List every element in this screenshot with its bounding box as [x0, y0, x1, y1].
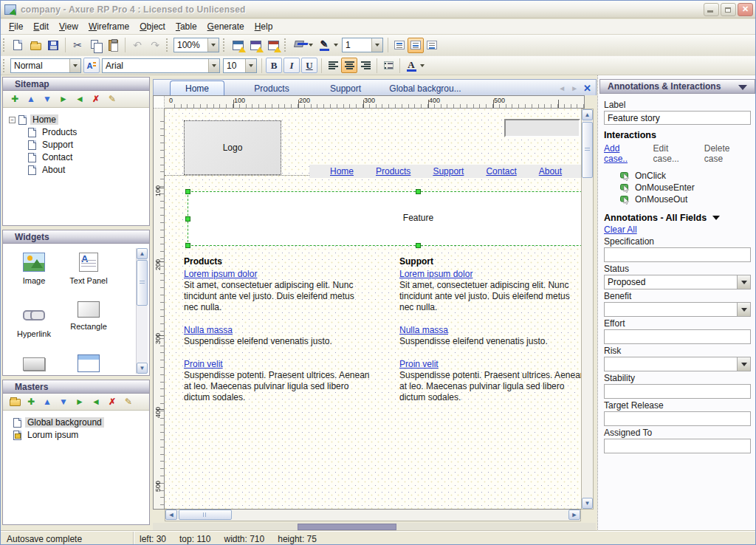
benefit-dropdown-button[interactable] [737, 303, 750, 316]
annotations-panel-header[interactable]: Annotations & Interactions [599, 79, 755, 94]
rename-master-button[interactable]: ✎ [123, 397, 134, 406]
canvas-vertical-scrollbar[interactable]: ▲ ▼ [581, 109, 594, 510]
tab-support[interactable]: Support [309, 81, 382, 95]
move-up-button[interactable]: ▲ [41, 397, 53, 406]
status-dropdown-button[interactable] [737, 275, 750, 289]
menu-view[interactable]: View [54, 20, 83, 33]
align-left-button[interactable] [325, 58, 341, 73]
resize-handle-n[interactable] [416, 189, 421, 194]
edit-style-button[interactable]: A [83, 58, 100, 73]
add-master-button[interactable]: ✚ [25, 397, 37, 406]
widgets-scrollbar[interactable]: ▲ ▼ [136, 248, 148, 374]
restore-button[interactable] [721, 3, 736, 16]
rename-page-button[interactable]: ✎ [106, 95, 118, 103]
widgets-panel-header[interactable]: Widgets [3, 230, 149, 244]
style-combobox[interactable]: Normal [10, 58, 81, 73]
menu-table[interactable]: Table [171, 20, 202, 33]
widget-button[interactable] [7, 357, 61, 371]
tab-home[interactable]: Home [170, 80, 224, 95]
collapse-icon[interactable]: − [9, 117, 16, 123]
pane-scrollbar[interactable] [153, 523, 596, 531]
menu-object[interactable]: Object [134, 20, 171, 33]
menu-edit[interactable]: Edit [28, 20, 54, 33]
sitemap-item-home[interactable]: − Home [3, 114, 149, 126]
sitemap-item-products[interactable]: Products [3, 126, 149, 138]
style-dropdown-button[interactable] [69, 59, 80, 72]
support-text-widget[interactable]: Support Lorem ipsum dolor Sit amet, cons… [399, 256, 581, 415]
resize-handle-w[interactable] [185, 216, 190, 222]
align-right-button[interactable] [357, 58, 374, 73]
tab-scroll-right-icon[interactable]: ► [571, 84, 578, 92]
status-select[interactable]: Proposed [604, 275, 751, 289]
line-width-combobox[interactable]: 1 [342, 38, 383, 52]
sitemap-item-about[interactable]: About [3, 164, 149, 176]
logo-placeholder-widget[interactable]: Logo [184, 120, 281, 175]
italic-button[interactable]: I [284, 58, 300, 73]
copy-button[interactable] [86, 36, 104, 54]
tab-global-background[interactable]: Global backgrou... [382, 81, 468, 95]
benefit-select[interactable] [604, 302, 751, 317]
indent-button[interactable]: ► [58, 95, 69, 103]
line-color-dropdown[interactable] [334, 44, 338, 47]
tab-scroll-left-icon[interactable]: ◄ [558, 84, 566, 92]
event-onmouseenter[interactable]: OnMouseEnter [620, 182, 751, 193]
toolbar-grip[interactable] [223, 38, 227, 52]
specification-input[interactable] [604, 247, 751, 262]
master-item-global-background[interactable]: Global background [3, 417, 149, 428]
toolbar-grip[interactable] [3, 38, 7, 52]
add-page-button[interactable]: ✚ [9, 95, 21, 103]
move-up-button[interactable]: ▲ [25, 95, 37, 103]
fill-color-button[interactable] [290, 36, 308, 54]
paste-button[interactable] [104, 36, 122, 54]
chevron-down-icon[interactable] [738, 85, 747, 90]
search-field-widget[interactable] [504, 119, 580, 137]
valign-top-button[interactable] [391, 38, 408, 53]
event-onmouseout[interactable]: OnMouseOut [620, 193, 751, 205]
valign-bottom-button[interactable] [424, 38, 440, 53]
font-dropdown-button[interactable] [208, 59, 219, 72]
nav-link-about[interactable]: About [539, 166, 562, 176]
line-width-dropdown-button[interactable] [371, 38, 382, 52]
scroll-right-button[interactable]: ► [568, 510, 580, 520]
font-size-combobox[interactable]: 10 [223, 58, 257, 73]
bold-button[interactable]: B [266, 58, 282, 73]
delete-master-button[interactable]: ✗ [106, 397, 118, 406]
new-button[interactable] [9, 36, 27, 54]
wireframe-link[interactable]: Lorem ipsum dolor [184, 269, 370, 280]
widget-table[interactable] [62, 354, 115, 372]
master-item-lorum-ipsum[interactable]: Lorum ipsum [3, 429, 149, 441]
sitemap-item-contact[interactable]: Contact [3, 151, 149, 163]
minimize-button[interactable] [704, 3, 719, 16]
move-down-button[interactable]: ▼ [41, 95, 53, 103]
underline-button[interactable]: U [301, 58, 317, 73]
open-button[interactable] [27, 36, 44, 54]
undo-button[interactable]: ↶ [128, 36, 146, 54]
move-down-button[interactable]: ▼ [58, 397, 69, 406]
cut-button[interactable]: ✂ [69, 36, 86, 54]
zoom-combobox[interactable]: 100% [173, 38, 219, 52]
generate-prototype-button[interactable] [264, 36, 282, 54]
design-canvas[interactable]: Logo Home Products Support Contact About… [165, 109, 581, 510]
effort-input[interactable] [604, 329, 751, 344]
scroll-left-button[interactable]: ◄ [165, 510, 177, 520]
tab-products[interactable]: Products [235, 81, 309, 95]
wireframe-link[interactable]: Proin velit [184, 359, 370, 370]
scrollbar-thumb[interactable] [582, 122, 593, 178]
wireframe-link[interactable]: Lorem ipsum dolor [399, 269, 581, 280]
products-text-widget[interactable]: Products Lorem ipsum dolor Sit amet, con… [184, 256, 370, 415]
pane-scrollbar-thumb[interactable] [298, 524, 396, 530]
add-case-link[interactable]: Add case.. [604, 143, 646, 164]
generate-word-button[interactable] [247, 36, 264, 54]
bullet-list-button[interactable] [380, 58, 396, 73]
toolbar-grip[interactable] [166, 38, 170, 52]
canvas-horizontal-scrollbar[interactable]: ◄ ► [165, 510, 581, 521]
risk-dropdown-button[interactable] [737, 357, 750, 371]
menu-help[interactable]: Help [250, 20, 278, 33]
outdent-button[interactable]: ◄ [74, 95, 86, 103]
scroll-down-button[interactable]: ▼ [137, 363, 148, 374]
widget-hyperlink[interactable]: Hyperlink [7, 304, 61, 338]
wireframe-link[interactable]: Proin velit [399, 359, 581, 370]
scrollbar-thumb[interactable] [179, 510, 232, 520]
toolbar-grip[interactable] [284, 38, 288, 52]
save-button[interactable] [44, 36, 62, 54]
